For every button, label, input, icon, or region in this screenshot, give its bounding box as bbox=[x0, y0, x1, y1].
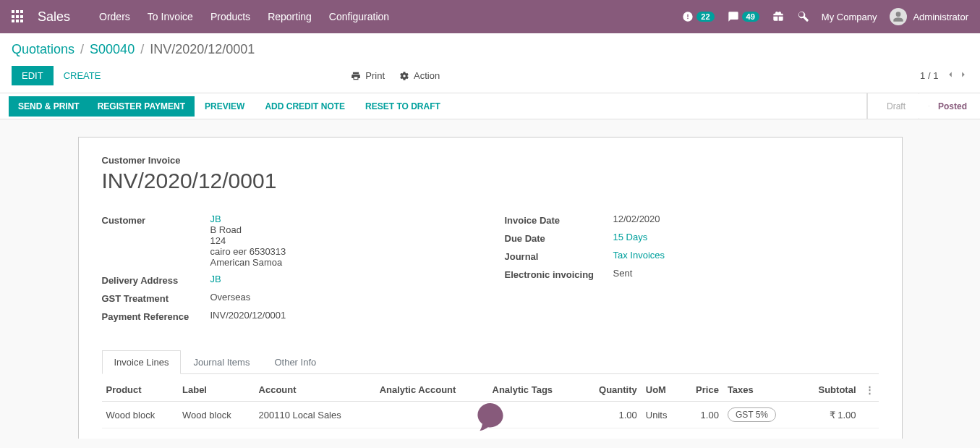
create-button[interactable]: Create bbox=[54, 66, 111, 85]
label-einvoice: Electronic invoicing bbox=[505, 268, 613, 280]
action-label: Action bbox=[414, 70, 440, 81]
print-label: Print bbox=[365, 70, 385, 81]
customer-link[interactable]: JB bbox=[210, 214, 221, 224]
breadcrumb: Quotations / S00040 / INV/2020/12/0001 bbox=[12, 42, 968, 57]
einvoice-value: Sent bbox=[613, 268, 879, 279]
th-taxes[interactable]: Taxes bbox=[723, 379, 799, 402]
tools-icon[interactable] bbox=[797, 10, 809, 24]
breadcrumb-current: INV/2020/12/0001 bbox=[150, 42, 255, 57]
nav-menu: Orders To Invoice Products Reporting Con… bbox=[99, 11, 389, 22]
pager-next-icon[interactable] bbox=[958, 69, 968, 80]
nav-products[interactable]: Products bbox=[210, 11, 250, 22]
th-subtotal[interactable]: Subtotal bbox=[799, 379, 861, 402]
label-gst: GST Treatment bbox=[102, 292, 210, 304]
messages-icon[interactable]: 49 bbox=[728, 11, 759, 22]
cell-account: 200110 Local Sales bbox=[255, 402, 375, 428]
activity-icon[interactable]: 22 bbox=[682, 11, 714, 22]
label-due-date: Due Date bbox=[505, 232, 613, 244]
nav-to-invoice[interactable]: To Invoice bbox=[148, 11, 193, 22]
nav-reporting[interactable]: Reporting bbox=[268, 11, 312, 22]
due-date-value[interactable]: 15 Days bbox=[613, 232, 648, 242]
cell-subtotal: ₹ 1.00 bbox=[799, 402, 861, 428]
label-delivery: Delivery Address bbox=[102, 274, 210, 286]
tab-journal-items[interactable]: Journal Items bbox=[181, 350, 262, 374]
form-title: INV/2020/12/0001 bbox=[102, 169, 879, 193]
messages-badge: 49 bbox=[742, 12, 759, 22]
form-sheet: Customer Invoice INV/2020/12/0001 Custom… bbox=[78, 137, 903, 439]
form-title-label: Customer Invoice bbox=[102, 155, 879, 166]
cell-price: 1.00 bbox=[681, 402, 723, 428]
nav-configuration[interactable]: Configuration bbox=[329, 11, 389, 22]
chat-bubble-icon[interactable] bbox=[477, 403, 503, 435]
th-analytic-account[interactable]: Analytic Account bbox=[375, 379, 488, 402]
edit-button[interactable]: Edit bbox=[12, 66, 54, 85]
tab-invoice-lines[interactable]: Invoice Lines bbox=[102, 350, 182, 374]
gst-value: Overseas bbox=[210, 292, 476, 303]
th-uom[interactable]: UoM bbox=[642, 379, 681, 402]
cell-uom: Units bbox=[642, 402, 681, 428]
nav-right: 22 49 My Company Administrator bbox=[682, 8, 968, 25]
register-payment-button[interactable]: Register Payment bbox=[88, 96, 195, 117]
breadcrumb-parent[interactable]: S00040 bbox=[90, 42, 135, 57]
customer-addr3: cairo eer 6530313 bbox=[210, 246, 476, 257]
app-brand[interactable]: Sales bbox=[38, 9, 70, 25]
label-invoice-date: Invoice Date bbox=[505, 214, 613, 226]
user-menu[interactable]: Administrator bbox=[890, 8, 968, 25]
journal-value[interactable]: Tax Invoices bbox=[613, 250, 665, 261]
th-analytic-tags[interactable]: Analytic Tags bbox=[488, 379, 580, 402]
cell-product: Wood block bbox=[102, 402, 179, 428]
control-panel: Quotations / S00040 / INV/2020/12/0001 E… bbox=[0, 33, 980, 93]
preview-button[interactable]: Preview bbox=[195, 96, 255, 117]
customer-addr4: American Samoa bbox=[210, 257, 476, 268]
add-credit-note-button[interactable]: Add Credit Note bbox=[255, 96, 355, 117]
avatar-icon bbox=[890, 8, 907, 25]
nav-orders[interactable]: Orders bbox=[99, 11, 130, 22]
invoice-date-value: 12/02/2020 bbox=[613, 214, 879, 224]
stage-draft[interactable]: Draft bbox=[867, 93, 919, 119]
label-payref: Payment Reference bbox=[102, 310, 210, 322]
th-account[interactable]: Account bbox=[255, 379, 375, 402]
th-label[interactable]: Label bbox=[178, 379, 255, 402]
th-quantity[interactable]: Quantity bbox=[579, 379, 642, 402]
payref-value: INV/2020/12/0001 bbox=[210, 310, 476, 321]
cell-quantity: 1.00 bbox=[579, 402, 642, 428]
gift-icon[interactable] bbox=[772, 10, 784, 24]
th-menu-icon[interactable]: ⋮ bbox=[861, 379, 879, 402]
send-print-button[interactable]: Send & Print bbox=[9, 96, 89, 117]
status-bar: Send & Print Register Payment Preview Ad… bbox=[0, 93, 980, 119]
pager-prev-icon[interactable] bbox=[945, 69, 955, 80]
label-customer: Customer bbox=[102, 214, 210, 226]
action-button[interactable]: Action bbox=[399, 70, 440, 81]
breadcrumb-sep: / bbox=[140, 42, 144, 57]
th-price[interactable]: Price bbox=[681, 379, 723, 402]
activity-badge: 22 bbox=[696, 12, 714, 22]
stage-posted[interactable]: Posted bbox=[919, 93, 980, 119]
customer-addr1: B Road bbox=[210, 224, 476, 235]
reset-to-draft-button[interactable]: Reset to Draft bbox=[355, 96, 451, 117]
tabs: Invoice Lines Journal Items Other Info bbox=[102, 350, 879, 374]
tax-badge: GST 5% bbox=[728, 407, 776, 422]
top-navbar: Sales Orders To Invoice Products Reporti… bbox=[0, 0, 980, 33]
apps-icon[interactable] bbox=[12, 10, 25, 23]
th-product[interactable]: Product bbox=[102, 379, 179, 402]
cell-analytic-account bbox=[375, 402, 488, 428]
company-name[interactable]: My Company bbox=[822, 12, 877, 22]
pager-text: 1 / 1 bbox=[920, 70, 938, 81]
cell-taxes: GST 5% bbox=[723, 402, 799, 428]
cell-label: Wood block bbox=[178, 402, 255, 428]
print-button[interactable]: Print bbox=[351, 70, 385, 81]
tab-other-info[interactable]: Other Info bbox=[262, 350, 328, 374]
row-menu-icon[interactable] bbox=[861, 402, 879, 428]
label-journal: Journal bbox=[505, 250, 613, 262]
delivery-link[interactable]: JB bbox=[210, 274, 221, 284]
breadcrumb-sep: / bbox=[80, 42, 84, 57]
customer-addr2: 124 bbox=[210, 235, 476, 246]
user-name: Administrator bbox=[913, 12, 968, 22]
breadcrumb-root[interactable]: Quotations bbox=[12, 42, 74, 57]
